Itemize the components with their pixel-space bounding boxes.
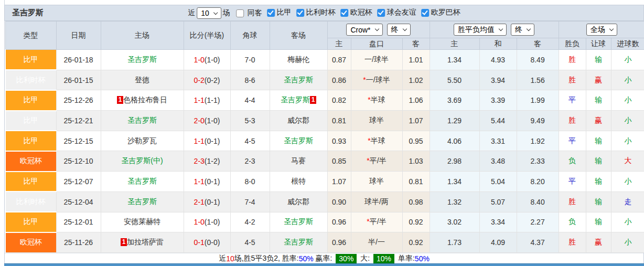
- corners-cell: 4-5: [230, 131, 270, 151]
- score-cell: 1-0(1-0): [184, 212, 230, 232]
- half-time-score: (1-0): [205, 56, 220, 64]
- sub-header-avg-draw: 和: [479, 38, 517, 50]
- match-row: 比甲25-12-15沙勒罗瓦1-1(0-1)4-5圣吉罗斯0.93*半球0.95…: [5, 131, 644, 151]
- sub-header-avg-home: 主: [430, 38, 479, 50]
- league-checkbox-label: 欧冠杯: [350, 8, 372, 17]
- home-team-name: 圣吉罗斯: [127, 177, 157, 185]
- league-checkbox-checked[interactable]: [421, 9, 429, 17]
- league-filter-1: 比利时杯: [296, 8, 337, 17]
- full-time-score: 0-1: [194, 238, 205, 247]
- away-team-name: 威尔郡: [287, 197, 309, 206]
- odds-home-cell: 0.93: [327, 131, 351, 151]
- league-filter-3: 球会友谊: [377, 8, 418, 17]
- score-cell: 2-1(0-1): [184, 191, 230, 212]
- home-team-name: 安德莱赫特: [124, 217, 160, 226]
- same-away-checkbox[interactable]: [236, 9, 244, 17]
- league-filter-0: 比甲: [267, 8, 293, 17]
- half-time-score: (1-2): [205, 157, 220, 165]
- away-team-cell: 根特: [270, 172, 327, 192]
- handicap-line-cell: *平/半: [351, 151, 402, 172]
- result-cell: 胜: [559, 232, 586, 253]
- away-team-cell: 威尔郡: [270, 111, 327, 131]
- handicap-line-text: 球半: [369, 116, 384, 124]
- handicap-result-cell: 输: [586, 172, 611, 192]
- summary-text: 大:: [358, 254, 372, 263]
- odds-away-cell: 1.02: [402, 70, 430, 90]
- away-team-cell: 威尔郡: [270, 191, 327, 212]
- games-label: 场: [223, 8, 230, 18]
- away-team-cell: 圣吉罗斯: [270, 131, 327, 151]
- result-group: 全场: [559, 22, 644, 38]
- half-time-score: (1-0): [205, 116, 220, 125]
- date-cell: 25-12-07: [56, 172, 101, 192]
- handicap-line-cell: *半球: [351, 90, 402, 111]
- avg-draw-cell: 5.44: [479, 111, 517, 131]
- result-cell: 平: [559, 90, 586, 111]
- col-header-away: 客场: [270, 22, 327, 50]
- sub-header-result: 胜负: [559, 38, 586, 50]
- sub-header-avg-away: 客: [517, 38, 559, 50]
- avg-draw-cell: 3.31: [479, 131, 517, 151]
- corners-cell: 7-0: [230, 50, 270, 70]
- league-cell: 比甲: [5, 90, 56, 111]
- red-card-badge: 1: [310, 96, 316, 104]
- avg-odds-select[interactable]: 胜平负均值: [454, 24, 507, 36]
- avg-final-select[interactable]: 终: [511, 24, 534, 36]
- match-count-select[interactable]: 10: [197, 7, 221, 19]
- bookmaker-select[interactable]: Crow*: [346, 24, 382, 36]
- team-name-title: 圣吉罗斯: [5, 8, 44, 18]
- away-team-cell: 圣吉罗斯1: [270, 90, 327, 111]
- league-cell: 比甲: [5, 131, 56, 151]
- bookmaker-final-select[interactable]: 终: [387, 24, 411, 36]
- avg-home-cell: 5.50: [430, 70, 479, 90]
- full-match-select[interactable]: 全场: [586, 24, 617, 36]
- handicap-line-text: 一/球半: [364, 55, 389, 63]
- league-checkbox-checked[interactable]: [340, 9, 348, 17]
- chevron-down-icon: [213, 10, 218, 14]
- league-checkbox-checked[interactable]: [267, 9, 275, 17]
- league-checkbox-checked[interactable]: [296, 9, 304, 17]
- home-team-name: 色格拉布鲁日: [123, 95, 167, 104]
- away-team-cell: 圣吉罗斯: [270, 232, 327, 253]
- half-time-score: (0-1): [205, 177, 220, 186]
- chevron-down-icon: [402, 27, 406, 31]
- handicap-line-cell: 一/球半: [351, 50, 402, 70]
- odds-home-cell: 0.96: [327, 212, 351, 232]
- avg-draw-cell: 3.48: [479, 151, 517, 172]
- league-cell: 比甲: [5, 111, 56, 131]
- odds-away-cell: 0.92: [402, 212, 430, 232]
- result-cell: 平: [559, 172, 586, 192]
- odds-away-cell: 1.03: [402, 151, 430, 172]
- odds-home-cell: 1.07: [327, 172, 351, 192]
- half-time-score: (0-2): [205, 76, 220, 84]
- sub-header-odds-away: 客: [402, 38, 430, 50]
- avg-draw-cell: 3.34: [479, 212, 517, 232]
- full-time-score: 2-0: [194, 116, 205, 125]
- col-header-type: 类型: [5, 22, 56, 50]
- league-filter-2: 欧冠杯: [340, 8, 374, 17]
- date-cell: 25-12-10: [56, 151, 101, 172]
- same-away-label: 同客: [248, 8, 262, 18]
- full-time-score: 2-3: [194, 157, 205, 165]
- corners-cell: 4-2: [230, 212, 270, 232]
- result-cell: 胜: [559, 70, 586, 90]
- avg-away-cell: 1.99: [517, 90, 559, 111]
- half-time-score: (1-1): [205, 96, 220, 104]
- full-time-score: 0-2: [194, 76, 205, 84]
- league-checkbox-checked[interactable]: [377, 9, 385, 17]
- home-team-name: 加拉塔萨雷: [127, 238, 164, 246]
- avg-odds-group: 胜平负均值 终: [430, 22, 559, 38]
- handicap-result-cell: 赢: [586, 111, 611, 131]
- handicap-line-text: 球半/两: [364, 197, 389, 206]
- away-team-name: 马赛: [291, 156, 306, 165]
- corners-cell: 2-3: [230, 151, 270, 172]
- handicap-result-cell: 输: [586, 50, 611, 70]
- date-cell: 25-12-26: [56, 90, 101, 111]
- full-time-score: 1-1: [194, 177, 205, 186]
- full-time-score: 1-0: [194, 218, 205, 226]
- odds-home-cell: 0.86: [327, 70, 351, 90]
- home-team-cell: 圣吉罗斯(中): [101, 151, 184, 172]
- bottom-divider-bar: [4, 263, 644, 266]
- goals-result-cell: 小: [611, 90, 644, 111]
- sub-header-odds-home: 主: [327, 38, 351, 50]
